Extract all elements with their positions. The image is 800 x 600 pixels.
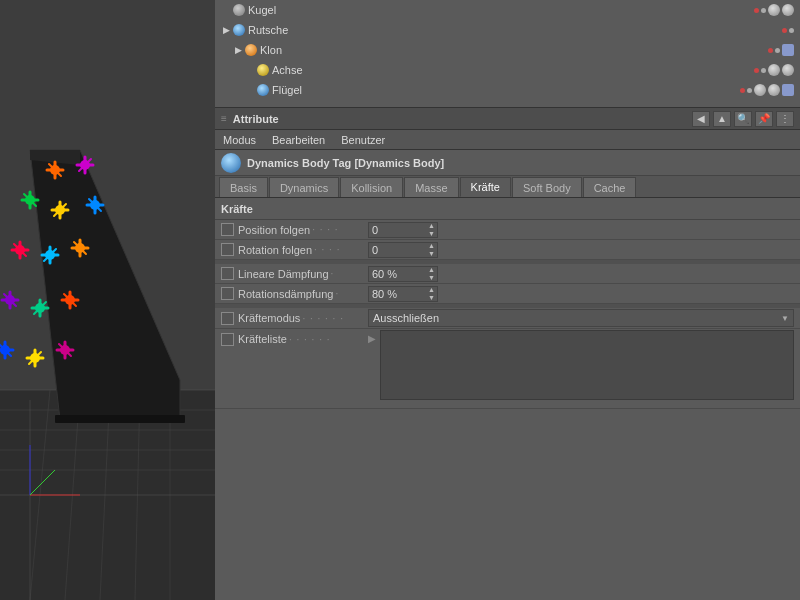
attr-menubar: Modus Bearbeiten Benutzer — [215, 130, 800, 150]
lin-dampf-label: Lineare Dämpfung · — [238, 268, 368, 280]
viewport-panel — [0, 0, 215, 600]
attribute-panel: ≡ Attribute ◀ ▲ 🔍 📌 ⋮ Modus Bearbeiten B… — [215, 108, 800, 600]
flugel-icon — [257, 84, 269, 96]
scene-item-achse[interactable]: Achse — [215, 60, 800, 80]
rot-dampf-label: Rotationsdämpfung · — [238, 288, 368, 300]
prop-row-pos-folgen: Position folgen · · · · 0 ▲ ▼ — [215, 220, 800, 240]
viewport-svg — [0, 0, 215, 600]
section-title: Kräfte — [221, 203, 253, 215]
attr-toolbar-btns: ◀ ▲ 🔍 📌 ⋮ — [692, 111, 794, 127]
kugel-red-dot — [754, 8, 759, 13]
rot-dampf-arrows: ▲ ▼ — [428, 286, 437, 302]
kugel-sphere2 — [782, 4, 794, 16]
klon-red-dot — [768, 48, 773, 53]
kugel-icons — [754, 4, 798, 16]
rutsche-label: Rutsche — [248, 24, 288, 36]
tag-icon — [221, 153, 241, 173]
rutsche-dot — [789, 28, 794, 33]
tab-kraefte[interactable]: Kräfte — [460, 177, 511, 197]
lin-dampf-num: 60 % — [369, 268, 428, 280]
expand-rutsche: ▶ — [223, 25, 233, 35]
krafte-modus-value: Ausschließen ▼ — [368, 309, 794, 327]
klon-dot — [775, 48, 780, 53]
scene-item-klon[interactable]: ▶ Klon — [215, 40, 800, 60]
achse-sphere — [768, 64, 780, 76]
krafte-modus-dropdown[interactable]: Ausschließen ▼ — [368, 309, 794, 327]
scene-item-rutsche[interactable]: ▶ Rutsche — [215, 20, 800, 40]
tab-softbody[interactable]: Soft Body — [512, 177, 582, 197]
right-panel: Kugel ▶ Rutsche ▶ — [215, 0, 800, 600]
achse-dot-red — [754, 68, 759, 73]
rot-folgen-check[interactable] — [221, 243, 234, 256]
toolbar-back-btn[interactable]: ◀ — [692, 111, 710, 127]
pos-folgen-label: Position folgen · · · · — [238, 224, 368, 236]
tag-name-label: Dynamics Body Tag [Dynamics Body] — [247, 157, 444, 169]
pos-folgen-check[interactable] — [221, 223, 234, 236]
rot-dampf-spinner[interactable]: 80 % ▲ ▼ — [368, 286, 438, 302]
krafte-liste-value: ▶ — [368, 330, 794, 400]
menu-bearbeiten[interactable]: Bearbeiten — [268, 132, 329, 148]
toolbar-more-btn[interactable]: ⋮ — [776, 111, 794, 127]
pos-folgen-spinner[interactable]: 0 ▲ ▼ — [368, 222, 438, 238]
prop-row-krafte-liste: Kräfteliste · · · · · · ▶ — [215, 329, 800, 409]
tab-kollision[interactable]: Kollision — [340, 177, 403, 197]
lin-dampf-check[interactable] — [221, 267, 234, 280]
scene-item-flugel[interactable]: Flügel — [215, 80, 800, 100]
krafte-modus-check[interactable] — [221, 312, 234, 325]
flugel-sphere2 — [768, 84, 780, 96]
svg-marker-11 — [30, 150, 180, 420]
pos-folgen-value: 0 ▲ ▼ — [368, 222, 794, 238]
toolbar-bookmark-btn[interactable]: 📌 — [755, 111, 773, 127]
krafte-modus-selected: Ausschließen — [373, 312, 439, 324]
achse-icon — [257, 64, 269, 76]
krafte-liste-label: Kräfteliste · · · · · · — [238, 333, 368, 345]
scene-item-kugel[interactable]: Kugel — [215, 0, 800, 20]
tag-info-row: Dynamics Body Tag [Dynamics Body] — [215, 150, 800, 176]
krafte-liste-arrow: ▶ — [368, 333, 376, 344]
lin-dampf-spinner[interactable]: 60 % ▲ ▼ — [368, 266, 438, 282]
toolbar-nav-btn[interactable]: ▲ — [713, 111, 731, 127]
tab-cache[interactable]: Cache — [583, 177, 637, 197]
tab-basis[interactable]: Basis — [219, 177, 268, 197]
rutsche-icon — [233, 24, 245, 36]
toolbar-search-btn[interactable]: 🔍 — [734, 111, 752, 127]
dropdown-arrow-icon: ▼ — [781, 314, 789, 323]
rot-folgen-num: 0 — [369, 244, 428, 256]
achse-dot — [761, 68, 766, 73]
prop-row-krafte-modus: Kräftemodus · · · · · · Ausschließen ▼ — [215, 308, 800, 329]
krafte-liste-check[interactable] — [221, 333, 234, 346]
expand-klon: ▶ — [235, 45, 245, 55]
klon-tag — [782, 44, 794, 56]
krafte-liste-box — [380, 330, 794, 400]
flugel-dot-red — [740, 88, 745, 93]
pos-folgen-arrows: ▲ ▼ — [428, 222, 437, 238]
rot-folgen-spinner[interactable]: 0 ▲ ▼ — [368, 242, 438, 258]
klon-icons — [768, 44, 798, 56]
tab-dynamics[interactable]: Dynamics — [269, 177, 339, 197]
flugel-tag — [782, 84, 794, 96]
rot-folgen-label: Rotation folgen · · · · — [238, 244, 368, 256]
rot-folgen-arrows: ▲ ▼ — [428, 242, 437, 258]
menu-benutzer[interactable]: Benutzer — [337, 132, 389, 148]
klon-label: Klon — [260, 44, 282, 56]
rutsche-red-dot — [782, 28, 787, 33]
menu-modus[interactable]: Modus — [219, 132, 260, 148]
kugel-label: Kugel — [248, 4, 276, 16]
flugel-dot — [747, 88, 752, 93]
kugel-icon — [233, 4, 245, 16]
tab-masse[interactable]: Masse — [404, 177, 458, 197]
section-kraefte-header: Kräfte — [215, 198, 800, 220]
rot-dampf-value: 80 % ▲ ▼ — [368, 286, 794, 302]
pos-folgen-num: 0 — [369, 224, 428, 236]
attr-titlebar-label: Attribute — [233, 113, 279, 125]
prop-row-lin-dampf: Lineare Dämpfung · 60 % ▲ ▼ — [215, 264, 800, 284]
achse-label: Achse — [272, 64, 303, 76]
rot-dampf-num: 80 % — [369, 288, 428, 300]
rot-dampf-check[interactable] — [221, 287, 234, 300]
kugel-dot — [761, 8, 766, 13]
properties-area: Kräfte Position folgen · · · · 0 ▲ — [215, 198, 800, 600]
flugel-sphere — [754, 84, 766, 96]
rot-folgen-value: 0 ▲ ▼ — [368, 242, 794, 258]
achse-icons — [754, 64, 798, 76]
lin-dampf-value: 60 % ▲ ▼ — [368, 266, 794, 282]
